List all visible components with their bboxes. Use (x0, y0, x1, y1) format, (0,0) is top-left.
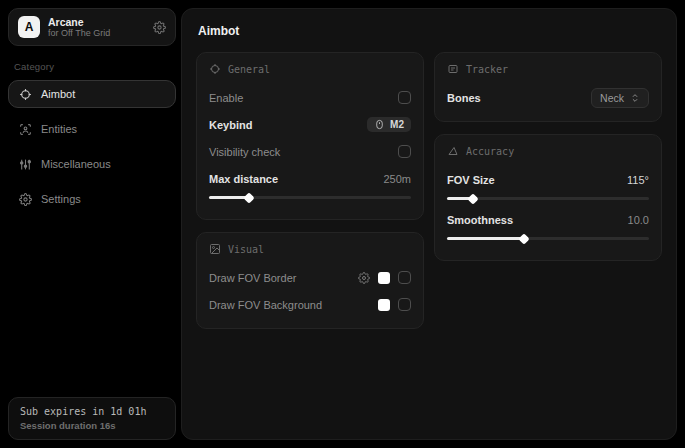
slider-thumb[interactable] (518, 233, 529, 244)
tracker-card: Tracker Bones Neck (434, 52, 662, 122)
enable-row: Enable (209, 86, 411, 109)
chevrons-up-down-icon (630, 93, 640, 103)
max-distance-slider[interactable] (209, 196, 411, 199)
card-title: Accuracy (466, 146, 514, 157)
app-window: A Arcane for Off The Grid Category Aimbo… (0, 0, 685, 448)
keybind-row: Keybind M2 (209, 113, 411, 136)
category-label: Category (14, 61, 170, 72)
bones-row: Bones Neck (447, 86, 649, 109)
fov-border-checkbox[interactable] (398, 271, 411, 284)
sidebar-item-label: Aimbot (41, 88, 75, 100)
keybind-label: Keybind (209, 119, 252, 131)
smoothness-label: Smoothness (447, 214, 513, 226)
fov-background-row: Draw FOV Background (209, 293, 411, 316)
card-title: Tracker (466, 64, 508, 75)
scan-icon (19, 123, 32, 136)
slider-thumb[interactable] (244, 192, 255, 203)
card-title: General (228, 64, 270, 75)
smoothness-row: Smoothness 10.0 (447, 208, 649, 231)
image-icon (209, 243, 221, 255)
fov-background-checkbox[interactable] (398, 298, 411, 311)
crosshair-icon (209, 63, 221, 75)
max-distance-label: Max distance (209, 173, 278, 185)
bones-select[interactable]: Neck (591, 88, 649, 108)
enable-label: Enable (209, 92, 243, 104)
sidebar-item-label: Entities (41, 123, 77, 135)
sidebar-item-aimbot[interactable]: Aimbot (8, 80, 176, 108)
tracker-icon (447, 63, 459, 75)
enable-checkbox[interactable] (398, 91, 411, 104)
general-card: General Enable Keybind M2 (196, 52, 424, 220)
fov-size-label: FOV Size (447, 174, 495, 186)
crosshair-icon (19, 88, 32, 101)
fov-background-color-swatch[interactable] (378, 299, 390, 311)
fov-size-value: 115° (627, 174, 649, 186)
sub-expires-text: Sub expires in 1d 01h (20, 406, 164, 417)
bones-value: Neck (600, 92, 624, 104)
fov-background-label: Draw FOV Background (209, 299, 322, 311)
gear-icon[interactable] (358, 272, 370, 284)
angle-icon (447, 145, 459, 157)
visibility-check-row: Visibility check (209, 140, 411, 163)
max-distance-value: 250m (383, 173, 411, 185)
app-logo: A (18, 16, 40, 38)
fov-border-color-swatch[interactable] (378, 272, 390, 284)
subscription-status-card: Sub expires in 1d 01h Session duration 1… (8, 397, 176, 440)
sidebar-item-settings[interactable]: Settings (8, 185, 176, 213)
fov-border-label: Draw FOV Border (209, 272, 296, 284)
page-title: Aimbot (198, 24, 660, 38)
main-panel: Aimbot General Enable (181, 8, 677, 440)
fov-size-row: FOV Size 115° (447, 168, 649, 191)
gear-icon[interactable] (153, 21, 166, 34)
slider-thumb[interactable] (468, 193, 479, 204)
sidebar-item-entities[interactable]: Entities (8, 115, 176, 143)
session-duration-text: Session duration 16s (20, 420, 164, 431)
fov-border-row: Draw FOV Border (209, 266, 411, 289)
smoothness-slider[interactable] (447, 237, 649, 240)
app-header-card: A Arcane for Off The Grid (8, 8, 176, 46)
app-name: Arcane (48, 16, 110, 28)
sidebar-item-label: Miscellaneous (41, 158, 111, 170)
sidebar-item-label: Settings (41, 193, 81, 205)
bones-label: Bones (447, 92, 481, 104)
sidebar: A Arcane for Off The Grid Category Aimbo… (8, 8, 176, 440)
app-subtitle: for Off The Grid (48, 28, 110, 38)
smoothness-value: 10.0 (628, 214, 649, 226)
keybind-value: M2 (390, 119, 404, 130)
sliders-icon (19, 158, 32, 171)
card-title: Visual (228, 244, 264, 255)
visibility-check-checkbox[interactable] (398, 145, 411, 158)
accuracy-card: Accuracy FOV Size 115° Smoothness 10.0 (434, 134, 662, 261)
gear-icon (19, 193, 32, 206)
visual-card: Visual Draw FOV Border Draw (196, 232, 424, 329)
visibility-check-label: Visibility check (209, 146, 280, 158)
max-distance-row: Max distance 250m (209, 167, 411, 190)
fov-size-slider[interactable] (447, 197, 649, 200)
mouse-icon (374, 119, 385, 130)
keybind-button[interactable]: M2 (367, 117, 411, 132)
sidebar-item-miscellaneous[interactable]: Miscellaneous (8, 150, 176, 178)
